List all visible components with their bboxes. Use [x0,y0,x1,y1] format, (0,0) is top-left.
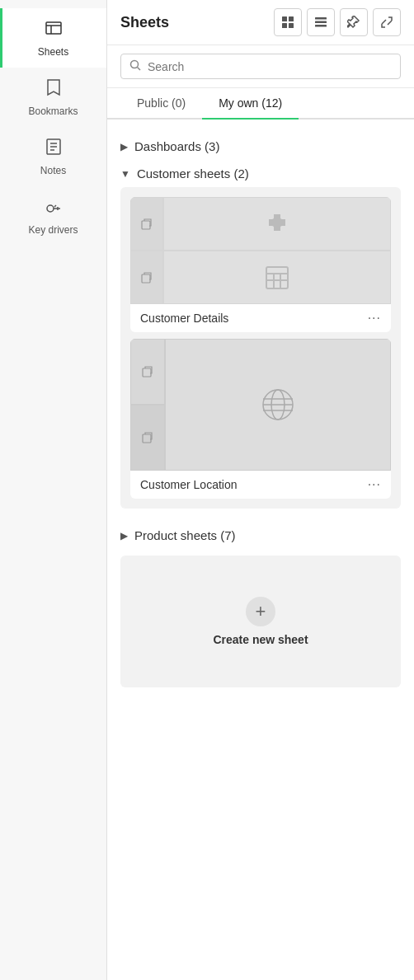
section-customer-sheets[interactable]: ▼ Customer sheets (2) [120,160,401,187]
customer-details-preview [130,197,391,304]
export-icon-loc-bl [141,431,154,444]
globe-icon [260,387,296,423]
search-input[interactable] [148,60,392,73]
search-container [107,45,414,88]
export-icon-bl [140,271,153,284]
svg-rect-17 [142,221,150,229]
preview-cell-bl [130,251,163,304]
create-icon: + [246,597,275,626]
sidebar-item-bookmarks[interactable]: Bookmarks [0,68,106,127]
customer-location-footer: Customer Location ··· [130,471,391,499]
pin-icon [347,16,360,29]
sidebar-item-key-drivers[interactable]: Key drivers [0,186,106,246]
svg-point-15 [131,61,139,68]
dashboards-label: Dashboards (3) [134,139,219,153]
customer-location-name: Customer Location [140,478,238,491]
sidebar-item-sheets-label: Sheets [38,46,68,58]
list-view-button[interactable] [307,8,335,36]
bookmarks-icon [44,77,64,102]
header: Sheets [107,0,414,45]
customer-details-more-button[interactable]: ··· [368,311,381,326]
tabs: Public (0) My own (12) [107,88,414,120]
customer-location-more-button[interactable]: ··· [368,477,381,492]
sidebar-item-bookmarks-label: Bookmarks [28,106,78,117]
product-sheets-chevron: ▶ [120,530,128,542]
customer-sheets-group: Customer Details ··· [120,187,401,509]
customer-details-name: Customer Details [140,312,228,325]
expand-button[interactable] [373,8,401,36]
svg-rect-14 [315,25,327,27]
svg-rect-30 [143,434,151,443]
section-product-sheets[interactable]: ▶ Product sheets (7) [120,522,401,549]
loc-preview-main [165,339,391,471]
loc-preview-tl [130,339,165,405]
sidebar-item-notes-label: Notes [40,165,66,176]
tab-my-own[interactable]: My own (12) [202,88,299,118]
svg-rect-8 [282,16,287,21]
grid-view-button[interactable] [274,8,302,36]
grid-icon [281,16,294,29]
pin-button[interactable] [340,8,368,36]
create-new-sheet-card[interactable]: + Create new sheet [120,556,401,687]
sidebar: Sheets Bookmarks Notes [0,0,107,980]
expand-icon [380,16,393,29]
tab-public[interactable]: Public (0) [120,88,202,118]
svg-line-16 [138,68,141,71]
list-icon [314,16,327,29]
create-label: Create new sheet [213,633,308,646]
svg-rect-10 [282,23,287,28]
section-dashboards[interactable]: ▶ Dashboards (3) [120,133,401,160]
header-actions [274,8,401,36]
svg-rect-24 [143,368,151,377]
sheet-card-customer-details[interactable]: Customer Details ··· [130,197,391,332]
export-icon-tl [140,218,153,231]
customer-location-preview [130,339,391,471]
notes-icon [44,137,64,162]
customer-sheets-chevron: ▼ [120,168,130,180]
sidebar-item-key-drivers-label: Key drivers [28,224,78,236]
preview-cell-br [163,251,391,304]
product-sheets-label: Product sheets (7) [134,528,236,542]
preview-cell-tr [163,197,391,251]
key-drivers-icon [44,196,64,221]
customer-details-footer: Customer Details ··· [130,304,391,332]
sheets-icon [44,18,64,43]
puzzle-icon [262,209,292,239]
svg-rect-13 [315,21,327,24]
sidebar-item-notes[interactable]: Notes [0,127,106,186]
svg-rect-18 [142,274,150,283]
table-icon [264,265,290,291]
svg-rect-19 [266,267,288,288]
dashboards-chevron: ▶ [120,141,128,152]
svg-rect-12 [315,17,327,20]
page-title: Sheets [120,14,169,31]
loc-preview-bl [130,405,165,471]
svg-point-7 [47,205,54,212]
svg-rect-11 [289,23,294,28]
preview-cell-tl [130,197,163,251]
sheet-card-customer-location[interactable]: Customer Location ··· [130,339,391,499]
content-area: ▶ Dashboards (3) ▼ Customer sheets (2) [107,120,414,980]
export-icon-loc-tl [141,365,154,378]
search-icon [129,59,141,73]
main-content: Sheets [107,0,414,980]
svg-rect-0 [46,22,61,34]
svg-rect-9 [289,16,294,21]
search-box [120,54,401,79]
customer-sheets-label: Customer sheets (2) [137,166,249,181]
sidebar-item-sheets[interactable]: Sheets [0,8,106,68]
